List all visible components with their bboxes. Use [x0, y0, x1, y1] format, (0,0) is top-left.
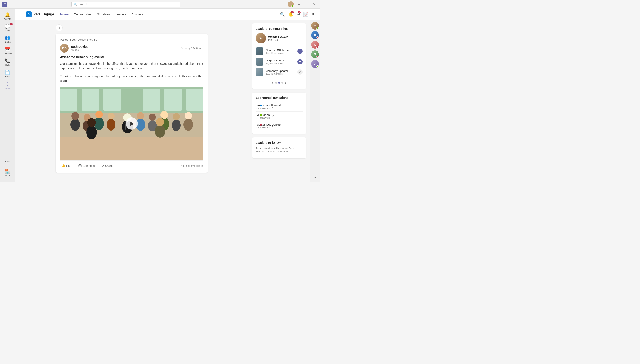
- messages-button[interactable]: ✉5: [296, 11, 301, 18]
- campaign-badge-3: [260, 124, 262, 126]
- search-input[interactable]: [79, 2, 178, 6]
- forward-button[interactable]: ›: [16, 2, 20, 7]
- store-icon: 🏪: [5, 169, 10, 174]
- sidebar-item-activity[interactable]: 🔔 Activity: [1, 10, 14, 22]
- nav-communities[interactable]: Communities: [74, 12, 92, 17]
- like-button[interactable]: 👍 Like: [60, 163, 73, 168]
- post-menu-button[interactable]: •••: [198, 46, 203, 50]
- carousel-prev-button[interactable]: ‹: [271, 80, 274, 86]
- nav-answers[interactable]: Answers: [132, 12, 143, 17]
- dot-2[interactable]: [278, 82, 280, 84]
- svg-point-14: [71, 112, 79, 120]
- svg-point-13: [71, 118, 80, 131]
- svg-rect-8: [104, 89, 121, 110]
- back-button[interactable]: ‹: [10, 2, 15, 7]
- post-author-info: Beth Davies 4h ago: [71, 45, 181, 52]
- community-join-button-1[interactable]: +: [297, 49, 302, 54]
- sidebar-item-more[interactable]: •••: [1, 158, 14, 166]
- campaign-followers-1: 534 followers: [256, 107, 270, 110]
- sidebar-item-calls[interactable]: 📞 Calls: [1, 56, 14, 68]
- sidebar-item-label: Files: [5, 75, 10, 78]
- campaign-item-3: #CutestDogContest 534 followers ✓: [256, 121, 302, 130]
- app-icon: T: [2, 2, 8, 7]
- sidebar-item-calendar[interactable]: 📅 Calendar: [1, 45, 14, 56]
- campaign-item-2: #GoGreen 534 followers ✓: [256, 112, 302, 121]
- chat-icon: 💬: [5, 24, 10, 29]
- top-nav-actions: 🔍 🔔12 ✉5 📈 •••: [279, 11, 316, 18]
- sidebar: 🔔 Activity 1 💬 Chat 👥 Teams 📅 Calendar 📞…: [0, 9, 15, 182]
- svg-point-35: [155, 125, 165, 138]
- sidebar-item-store[interactable]: 🏪 Store: [1, 167, 14, 178]
- more-options-button[interactable]: ...: [281, 2, 286, 7]
- community-icon-1: [256, 47, 263, 55]
- leaders-to-follow-title: Leaders to follow: [256, 141, 302, 144]
- svg-rect-6: [60, 89, 77, 110]
- campaign-check-2: ✓: [271, 114, 274, 118]
- notifications-button[interactable]: 🔔12: [287, 11, 294, 18]
- campaign-tag-3: #CutestDogContest: [256, 123, 270, 126]
- carousel-next-button[interactable]: ›: [284, 80, 287, 86]
- sidebar-item-label: Teams: [4, 41, 11, 43]
- nav-leaders[interactable]: Leaders: [115, 12, 127, 17]
- community-item-3: Company updates 12,548 members ✓: [256, 67, 302, 77]
- nav-home[interactable]: Home: [60, 12, 69, 17]
- far-right-avatar-3[interactable]: A: [311, 41, 319, 49]
- search-bar[interactable]: 🔍: [71, 2, 180, 7]
- close-button[interactable]: ✕: [310, 2, 318, 7]
- top-nav-links: Home Communities Storylines Leaders Answ…: [60, 12, 143, 17]
- maximize-button[interactable]: □: [303, 2, 310, 7]
- share-button[interactable]: ↗ Share: [100, 163, 114, 168]
- campaign-tag-1: #AboveAndBeyond: [256, 104, 270, 107]
- leader-name: Wanda Howard: [268, 36, 288, 39]
- far-right-avatar-5[interactable]: J: [311, 60, 319, 68]
- sidebar-item-teams[interactable]: 👥 Teams: [1, 34, 14, 45]
- chat-badge: 1: [10, 23, 13, 26]
- more-button[interactable]: •••: [311, 11, 316, 17]
- play-button[interactable]: ▶: [126, 118, 138, 130]
- comment-button[interactable]: 💬 Comment: [77, 163, 97, 168]
- svg-rect-10: [164, 89, 182, 110]
- sidebar-item-engage[interactable]: ⬡ Engage: [1, 80, 14, 91]
- analytics-button[interactable]: 📈: [302, 11, 309, 18]
- app-layout: 🔔 Activity 1 💬 Chat 👥 Teams 📅 Calendar 📞…: [0, 9, 320, 182]
- far-right-avatar-4[interactable]: M: [311, 50, 319, 58]
- share-label: Share: [105, 164, 113, 168]
- calendar-icon: 📅: [5, 47, 10, 52]
- collapse-panel-button[interactable]: »: [313, 174, 317, 180]
- minimize-button[interactable]: ─: [296, 2, 303, 7]
- back-button[interactable]: ‹: [56, 24, 63, 31]
- user-avatar[interactable]: [288, 1, 294, 8]
- campaign-info-2: #GoGreen 534 followers: [256, 113, 270, 119]
- community-info-3: Company updates 12,548 members: [266, 69, 295, 75]
- community-join-button-2[interactable]: +: [297, 59, 302, 64]
- hamburger-button[interactable]: ☰: [18, 11, 23, 17]
- sidebar-item-chat[interactable]: 1 💬 Chat: [1, 22, 14, 34]
- content-area: ☰ Viva Engage Home Communities Storyline…: [15, 9, 320, 182]
- title-bar: T ‹ › 🔍 ... ─ □ ✕: [0, 0, 320, 9]
- post-card: Posted in Beth Davies' Storyline BD Beth…: [56, 34, 208, 173]
- svg-point-26: [149, 114, 156, 120]
- search-button[interactable]: 🔍: [279, 11, 286, 18]
- community-info-1: Contoso CR Team 12,548 members: [266, 48, 295, 54]
- leaders-communities-title: Leaders' communities: [256, 27, 302, 30]
- campaign-check-1: ✓: [271, 105, 274, 109]
- sidebar-item-label: Engage: [4, 87, 11, 89]
- sidebar-item-files[interactable]: 📄 Files: [1, 68, 14, 80]
- campaign-info-3: #CutestDogContest 534 followers: [256, 123, 270, 129]
- svg-point-36: [156, 118, 164, 126]
- campaign-item-1: #AboveAndBeyond 534 followers ✓: [256, 102, 302, 112]
- nav-storylines[interactable]: Storylines: [97, 12, 110, 17]
- svg-text:T: T: [4, 2, 6, 6]
- files-icon: 📄: [5, 70, 10, 75]
- sidebar-item-label: Store: [5, 174, 10, 177]
- campaign-followers-3: 534 followers: [256, 126, 270, 129]
- play-icon: ▶: [130, 121, 134, 126]
- far-right-avatar-2[interactable]: C: [311, 31, 319, 39]
- svg-point-31: [183, 118, 193, 131]
- svg-point-34: [87, 118, 96, 127]
- avatar-status-5: [316, 65, 319, 68]
- like-label: Like: [66, 164, 71, 168]
- post-seen-count: Seen by 1,568: [181, 47, 198, 50]
- far-right-avatar-1[interactable]: W: [311, 22, 319, 30]
- post-header: BD Beth Davies 4h ago Seen by 1,568 •••: [60, 44, 203, 52]
